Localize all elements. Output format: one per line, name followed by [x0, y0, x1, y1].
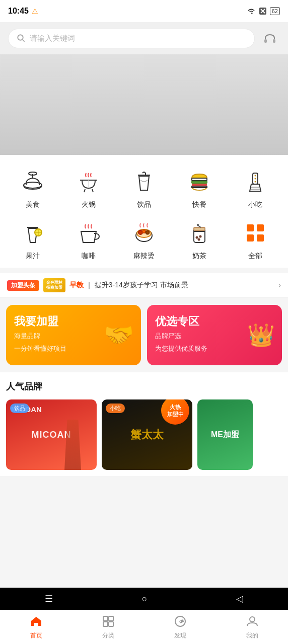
svg-point-36: [196, 236, 198, 239]
category-label-all: 全部: [248, 252, 262, 261]
handshake-icon: 🤝: [104, 321, 134, 349]
svg-rect-44: [109, 616, 113, 621]
brand-image-green: ME加盟: [197, 399, 253, 470]
category-nav-icon: [102, 615, 115, 630]
bottom-nav: 首页 分类 发现 我的: [0, 610, 288, 644]
svg-line-4: [23, 40, 25, 42]
category-item-all[interactable]: 全部: [228, 216, 283, 263]
nav-label-discover: 发现: [174, 631, 186, 640]
category-item-xiaochi[interactable]: 小吃: [228, 165, 283, 211]
svg-point-30: [146, 231, 149, 234]
category-item-meishi[interactable]: 美食: [5, 165, 60, 211]
burger-icon: [185, 167, 214, 196]
svg-point-24: [254, 181, 256, 183]
svg-point-3: [18, 35, 23, 40]
svg-point-22: [254, 175, 256, 177]
category-label-xiaochi: 小吃: [248, 200, 262, 209]
coffee-icon: [74, 218, 103, 248]
category-item-mala[interactable]: 麻辣烫: [116, 216, 172, 263]
svg-rect-18: [192, 186, 207, 188]
hot-badge-line2: 加盟中: [167, 411, 184, 418]
svg-rect-15: [192, 178, 207, 181]
system-home-button[interactable]: ○: [130, 590, 160, 608]
juice-icon: [18, 218, 47, 248]
headphone-icon: [263, 31, 277, 45]
brand-tag-taitai: 小吃: [106, 404, 125, 413]
warning-icon: ⚠: [32, 7, 38, 15]
nav-item-home[interactable]: 首页: [0, 612, 72, 643]
system-nav-bar: ☰ ○ ◁: [0, 588, 288, 610]
hot-badge-line1: 火热: [170, 404, 181, 411]
svg-point-37: [199, 235, 202, 238]
category-label-kuaican: 快餐: [192, 200, 206, 209]
brands-row: MICOAN 饮品 蟹太太 小吃 火热 加盟中 ME加盟: [6, 399, 282, 476]
svg-rect-17: [192, 184, 207, 186]
svg-rect-42: [257, 234, 264, 242]
search-bar[interactable]: 请输入关键词: [8, 29, 255, 48]
svg-rect-45: [103, 622, 108, 626]
category-item-kafei[interactable]: 咖啡: [60, 216, 116, 263]
notice-bar[interactable]: 加盟头条 金色雨林招商加盟 早教 ｜ 提升3-14岁孩子学习 市场前景 ›: [0, 273, 288, 298]
category-grid: 美食 火锅: [5, 165, 283, 263]
category-item-guozhi[interactable]: 果汁: [5, 216, 60, 263]
notice-body: 提升3-14岁孩子学习 市场前景: [95, 281, 188, 289]
svg-rect-46: [109, 622, 113, 626]
category-label-guozhi: 果汁: [26, 252, 40, 261]
nav-label-category: 分类: [102, 631, 114, 640]
svg-point-28: [138, 230, 142, 234]
svg-point-50: [250, 617, 255, 622]
svg-point-49: [179, 620, 181, 622]
system-menu-button[interactable]: ☰: [33, 589, 65, 608]
brand-tag-micoan: 饮品: [10, 404, 29, 413]
system-back-button[interactable]: ◁: [224, 589, 255, 608]
promo-card-join[interactable]: 我要加盟 海量品牌 一分钟看懂好项目 🤝: [6, 305, 141, 365]
svg-line-12: [92, 189, 93, 192]
hotpot-icon: [74, 167, 103, 196]
notice-tag: 加盟头条: [7, 280, 39, 291]
discover-nav-icon: [174, 615, 187, 630]
svg-rect-39: [247, 224, 254, 231]
brand-card-micoan[interactable]: MICOAN 饮品: [6, 399, 97, 470]
category-label-kafei: 咖啡: [82, 252, 96, 261]
notice-separator: ｜: [86, 281, 93, 289]
svg-rect-32: [194, 227, 205, 230]
category-label-naicha: 奶茶: [192, 252, 206, 261]
brand-card-green[interactable]: ME加盟: [197, 399, 253, 470]
user-nav-icon: [246, 615, 259, 630]
snack-icon: [241, 167, 270, 196]
status-time: 10:45: [8, 7, 29, 16]
brand-card-taitai[interactable]: 蟹太太 小吃 火热 加盟中: [102, 399, 192, 470]
category-label-huoguo: 火锅: [82, 200, 96, 209]
svg-point-29: [142, 230, 146, 233]
svg-rect-41: [247, 234, 254, 242]
category-item-huoguo[interactable]: 火锅: [60, 165, 116, 211]
crown-icon: 👑: [247, 322, 275, 348]
svg-rect-16: [192, 181, 207, 183]
nav-item-mine[interactable]: 我的: [216, 612, 288, 643]
status-icons: 62: [247, 7, 280, 15]
category-item-kuaican[interactable]: 快餐: [172, 165, 227, 211]
battery-indicator: 62: [270, 7, 280, 15]
spicy-icon: [129, 218, 159, 248]
home-nav-icon: [30, 615, 43, 630]
notice-highlight: 早教: [69, 281, 84, 289]
wifi-icon: [247, 8, 256, 15]
category-item-yinpin[interactable]: 饮品: [116, 165, 172, 211]
promo-card-premium[interactable]: 优选专区 品牌严选 为您提供优质服务 👑: [147, 305, 282, 365]
brands-section: 人气品牌 MICOAN 饮品 蟹太太 小吃 火热 加盟中: [0, 372, 288, 476]
category-label-meishi: 美食: [26, 200, 40, 209]
x-icon: [259, 7, 267, 15]
bottom-spacer: [0, 476, 288, 536]
svg-point-35: [197, 224, 199, 226]
status-bar: 10:45 ⚠ 62: [0, 0, 288, 22]
nav-item-discover[interactable]: 发现: [144, 612, 216, 643]
banner-carousel[interactable]: [0, 54, 288, 155]
headphone-button[interactable]: [260, 28, 280, 48]
svg-rect-6: [273, 39, 275, 43]
category-item-naicha[interactable]: 奶茶: [172, 216, 227, 263]
svg-point-38: [198, 238, 200, 241]
notice-text: 早教 ｜ 提升3-14岁孩子学习 市场前景: [69, 281, 274, 290]
notice-arrow-icon: ›: [278, 281, 281, 290]
nav-label-mine: 我的: [246, 631, 258, 640]
nav-item-category[interactable]: 分类: [72, 612, 144, 643]
